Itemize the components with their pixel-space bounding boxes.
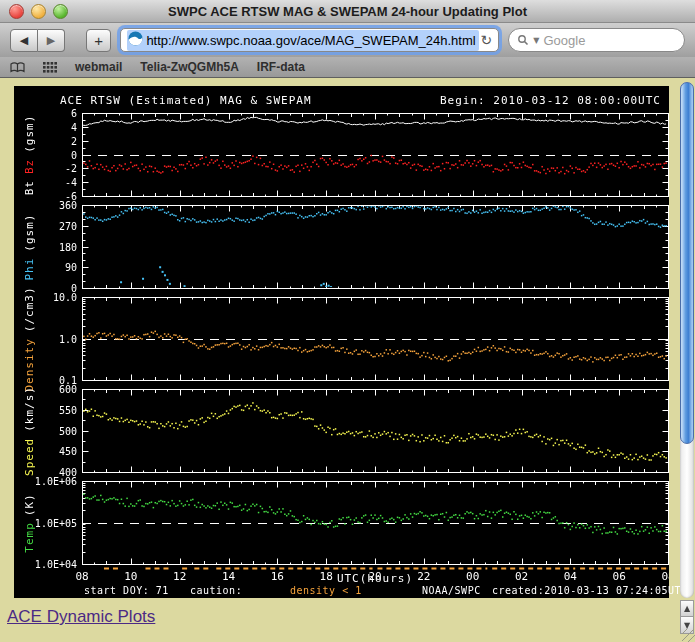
- title-bar[interactable]: SWPC ACE RTSW MAG & SWEPAM 24-hour Updat…: [0, 0, 695, 23]
- start-doy-label: start DOY: 71: [84, 585, 169, 596]
- axis-title-part: Bz: [23, 158, 36, 173]
- axis-title-temp: Temp(K): [16, 481, 42, 564]
- url-text: http://www.swpc.noaa.gov/ace/MAG_SWEPAM_…: [146, 33, 475, 48]
- axis-title-part: Temp: [23, 522, 36, 553]
- search-field[interactable]: ▼ Google: [508, 28, 685, 52]
- reload-icon[interactable]: ↻: [481, 32, 493, 48]
- axis-title-part: (km/s): [23, 386, 36, 432]
- search-icon: [517, 34, 529, 46]
- axis-title-density: Density(/cm3): [16, 297, 42, 380]
- axis-title-part: Phi: [23, 257, 36, 280]
- x-axis-label: UTC(hours): [82, 572, 668, 585]
- url-selection: http://www.swpc.noaa.gov/ace/MAG_SWEPAM_…: [127, 30, 478, 51]
- agency-label: NOAA/SWPC: [422, 585, 481, 596]
- vertical-scrollbar[interactable]: ▲ ▼: [679, 80, 695, 642]
- created-timestamp: created:2010-03-13 07:24:05UTC: [492, 585, 688, 596]
- axis-title-speed: Speed(km/s): [16, 389, 42, 472]
- bookmark-item-irf-data[interactable]: IRF-data: [257, 60, 305, 74]
- forward-button[interactable]: ▶: [38, 29, 65, 52]
- zoom-button[interactable]: [53, 4, 68, 19]
- scrollbar-track[interactable]: [680, 82, 694, 598]
- scroll-up-button[interactable]: ▲: [680, 600, 694, 617]
- axis-title-part: Bt: [23, 180, 36, 195]
- address-bar[interactable]: http://www.swpc.noaa.gov/ace/MAG_SWEPAM_…: [120, 28, 499, 52]
- bookmarks-bar: webmail Telia-ZwQGMh5A IRF-data: [0, 57, 695, 78]
- plot-title: ACE RTSW (Estimated) MAG & SWEPAM: [60, 94, 312, 107]
- bookmark-item-telia[interactable]: Telia-ZwQGMh5A: [140, 60, 238, 74]
- bookmarks-book-icon[interactable]: [10, 62, 25, 73]
- add-button[interactable]: +: [86, 29, 111, 52]
- chevron-down-icon: ▼: [533, 36, 539, 45]
- noaa-favicon-icon: [128, 31, 143, 50]
- search-placeholder: Google: [544, 33, 586, 48]
- scrollbar-thumb[interactable]: [680, 82, 694, 444]
- window-title: SWPC ACE RTSW MAG & SWEPAM 24-hour Updat…: [0, 4, 695, 19]
- back-icon: ◀: [20, 34, 28, 47]
- axis-title-part: Speed: [23, 437, 36, 475]
- minimize-button[interactable]: [31, 4, 46, 19]
- plot-canvas: [14, 86, 669, 598]
- arrow-up-icon: ▲: [684, 604, 690, 613]
- bookmark-item-webmail[interactable]: webmail: [75, 60, 122, 74]
- browser-toolbar: ◀ ▶ + http://www.swpc.noaa.gov/ace/MAG_S…: [0, 23, 695, 57]
- page-content: ACE RTSW (Estimated) MAG & SWEPAM Begin:…: [0, 78, 695, 642]
- plus-icon: +: [94, 32, 103, 49]
- plot-begin-time: Begin: 2010-03-12 08:00:00UTC: [440, 94, 661, 107]
- ace-dynamic-plots-link[interactable]: ACE Dynamic Plots: [7, 607, 155, 627]
- axis-title-part: (gsm): [23, 114, 36, 152]
- axis-title-part: (gsm): [23, 213, 36, 251]
- ace-plot-image: ACE RTSW (Estimated) MAG & SWEPAM Begin:…: [14, 86, 669, 598]
- axis-title-phi: Phi(gsm): [16, 205, 42, 288]
- axis-title-part: (/cm3): [23, 286, 36, 332]
- axis-title-part: (K): [23, 493, 36, 516]
- resize-grip-icon[interactable]: [682, 629, 695, 642]
- forward-icon: ▶: [47, 34, 55, 47]
- close-button[interactable]: [9, 4, 24, 19]
- back-button[interactable]: ◀: [10, 29, 38, 52]
- axis-title-mag: BtBz(gsm): [16, 113, 42, 196]
- top-sites-grid-icon[interactable]: [43, 62, 57, 73]
- caution-label: caution:: [190, 585, 242, 596]
- caution-value: density < 1: [290, 585, 362, 596]
- browser-window: SWPC ACE RTSW MAG & SWEPAM 24-hour Updat…: [0, 0, 695, 642]
